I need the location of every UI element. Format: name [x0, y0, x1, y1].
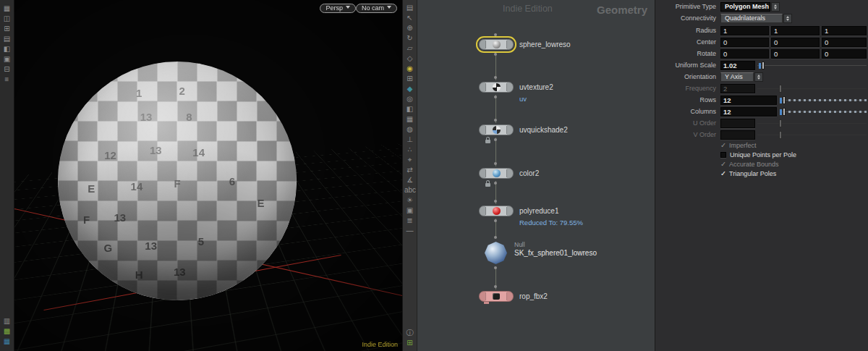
param-label: Center	[655, 37, 716, 48]
desktop-menu-icon[interactable]: ▦	[1, 4, 12, 14]
center-z-field[interactable]: 0	[822, 38, 867, 47]
panel-menu-icon[interactable]: ≡	[1, 75, 12, 85]
grid-display-icon[interactable]: ⊞	[404, 338, 415, 348]
network-editor[interactable]: Indie Edition Geometry sphere_lowreso uv…	[417, 0, 655, 351]
points-display-icon[interactable]: ∴	[404, 145, 415, 155]
persp-view-menu[interactable]: Persp	[320, 4, 356, 13]
rows-field[interactable]: 12	[720, 96, 777, 105]
lighting-icon[interactable]: ☀	[404, 195, 415, 206]
checkbox-imperfect[interactable]: ✓ Imperfect	[720, 141, 756, 150]
columns-field[interactable]: 12	[720, 107, 777, 117]
node-label: color2	[519, 169, 539, 177]
view-tool-icon[interactable]: ◎	[404, 94, 415, 104]
checkmark-icon: ✓	[720, 170, 726, 177]
checkbox-unique-points-per-pole[interactable]: Unique Points per Pole	[720, 151, 796, 159]
rows-slider[interactable]	[780, 95, 867, 106]
camera-lock-icon[interactable]: ▣	[404, 206, 415, 216]
output-connector[interactable]	[494, 219, 497, 222]
sphere-node-icon	[493, 41, 501, 48]
pose-tool-icon[interactable]: ◇	[404, 54, 415, 64]
node-uvtexture2[interactable]: uvtexture2 uv	[479, 82, 514, 93]
rotate-x-field[interactable]: 0	[720, 49, 769, 59]
input-connector[interactable]	[494, 76, 497, 79]
param-label: Primitive Type	[655, 1, 716, 12]
primitive-type-stepper[interactable]	[771, 2, 780, 12]
mirror-icon[interactable]: ⇄	[404, 165, 415, 175]
param-label: Radius	[655, 25, 716, 36]
handles-icon[interactable]: ⌖	[404, 155, 415, 165]
node-sphere-lowreso[interactable]: sphere_lowreso	[479, 39, 514, 50]
snap-toggle-icon[interactable]: ◉	[404, 64, 415, 74]
select-tool-icon[interactable]: ↖	[404, 13, 415, 23]
primitive-type-dropdown[interactable]: Polygon Mesh	[720, 2, 770, 12]
uniform-scale-field[interactable]: 1.02	[720, 61, 755, 70]
layout-left-icon[interactable]: ◧	[1, 44, 12, 54]
split-pane-icon[interactable]: ⊞	[1, 24, 12, 34]
pin-panel-icon[interactable]: ◫	[1, 14, 12, 24]
input-connector[interactable]	[494, 200, 497, 203]
camera-menu[interactable]: No cam	[356, 4, 397, 13]
message-log-icon[interactable]: ▥	[1, 316, 12, 326]
isolate-icon[interactable]: ◧	[404, 104, 415, 114]
radius-x-field[interactable]: 1	[720, 26, 769, 35]
output-connector[interactable]	[494, 96, 497, 98]
orientation-stepper[interactable]	[754, 72, 763, 82]
output-connector[interactable]	[494, 53, 497, 56]
param-row-center: Center 0 0 0	[655, 37, 868, 48]
radius-z-field[interactable]: 1	[822, 26, 867, 35]
radius-y-field[interactable]: 1	[771, 26, 820, 35]
angle-measure-icon[interactable]: ∡	[404, 175, 415, 185]
performance-icon[interactable]: ▦	[1, 337, 12, 347]
multisnap-icon[interactable]: ◆	[404, 84, 415, 94]
output-connector[interactable]	[494, 138, 497, 141]
center-x-field[interactable]: 0	[720, 38, 769, 47]
node-null-sk-fx-sphere01-lowreso[interactable]	[485, 242, 507, 264]
output-connector[interactable]	[494, 182, 497, 185]
node-label: polyreduce1	[519, 207, 558, 215]
node-polyreduce1[interactable]: polyreduce1 Reduced To: 79.55%	[479, 206, 514, 216]
uniform-scale-slider[interactable]	[757, 60, 867, 71]
shaded-mode-icon[interactable]: ◍	[404, 124, 415, 135]
columns-slider[interactable]	[780, 106, 867, 117]
input-connector[interactable]	[494, 162, 497, 165]
viewport-3d[interactable]: 12138121314E14F6F13EG135H13 Persp No cam…	[14, 0, 402, 351]
grid-snap-icon[interactable]: ⊞	[404, 74, 415, 84]
stow-bar-icon[interactable]: ⊟	[1, 64, 12, 75]
viewport-menu-icon[interactable]: ▤	[404, 3, 415, 13]
wireframe-icon[interactable]: ▦	[404, 114, 415, 124]
output-connector[interactable]	[494, 266, 497, 269]
node-rop-fbx2[interactable]: rop_fbx2	[479, 291, 514, 302]
maximize-pane-icon[interactable]: ▣	[1, 54, 12, 64]
info-icon[interactable]: ⓘ	[404, 328, 415, 338]
divider-icon[interactable]: —	[404, 226, 415, 236]
view-options-icon[interactable]: ≣	[404, 216, 415, 226]
text-overlay-icon[interactable]: abc	[404, 185, 415, 195]
left-toolbar: ▦◫⊞▤◧▣⊟≡ ▥▩▦	[0, 0, 14, 351]
takes-icon[interactable]: ▩	[1, 326, 12, 337]
input-connector[interactable]	[494, 236, 497, 239]
center-y-field[interactable]: 0	[771, 38, 820, 47]
node-uvquickshade2[interactable]: uvquickshade2	[479, 124, 514, 135]
node-label: uvquickshade2	[519, 126, 568, 134]
input-connector[interactable]	[494, 33, 497, 36]
node-color2[interactable]: color2	[479, 168, 514, 179]
connectivity-dropdown[interactable]: Quadrilaterals	[720, 14, 783, 23]
node-comment: uv	[519, 95, 527, 103]
frequency-slider	[757, 83, 867, 94]
checkbox-box-icon[interactable]	[720, 152, 726, 158]
rotate-y-field[interactable]: 0	[771, 49, 820, 59]
translate-tool-icon[interactable]: ⊕	[404, 23, 415, 33]
rotate-z-field[interactable]: 0	[822, 49, 867, 59]
scale-tool-icon[interactable]: ▱	[404, 43, 415, 54]
checkbox-accurate-bounds[interactable]: ✓ Accurate Bounds	[720, 160, 779, 169]
pane-tabs-icon[interactable]: ▤	[1, 34, 12, 44]
checkbox-triangular-poles[interactable]: ✓ Triangular Poles	[720, 169, 776, 178]
rotate-tool-icon[interactable]: ↻	[404, 33, 415, 43]
connectivity-stepper[interactable]	[783, 14, 792, 23]
param-row-uniform-scale: Uniform Scale 1.02	[655, 60, 868, 71]
input-connector[interactable]	[494, 119, 497, 122]
render-flag[interactable]	[484, 302, 489, 304]
input-connector[interactable]	[494, 285, 497, 288]
orientation-dropdown[interactable]: Y Axis	[720, 72, 754, 82]
normals-icon[interactable]: ⊥	[404, 135, 415, 145]
